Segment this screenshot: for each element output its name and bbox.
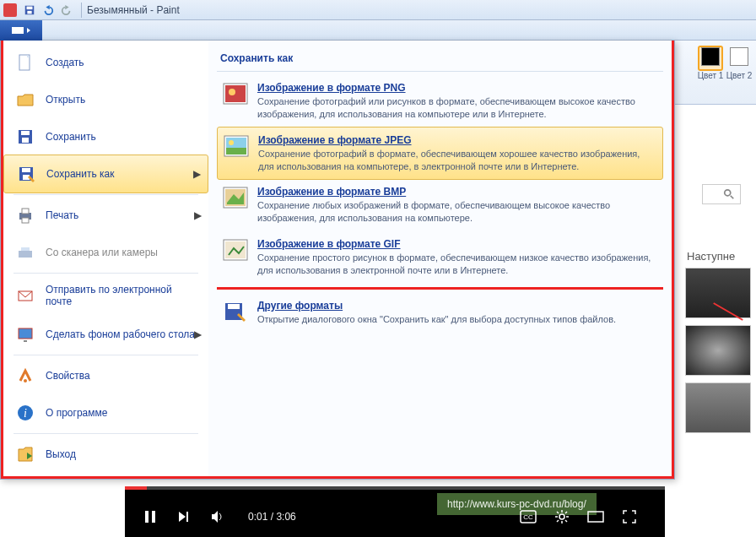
sub-item-desc: Сохранение любых изображений в формате, … (257, 199, 658, 225)
sub-item-title: Изображение в формате JPEG (258, 134, 657, 146)
saveas-other[interactable]: Другие форматы Открытие диалогового окна… (217, 293, 663, 333)
svg-rect-1 (27, 6, 33, 9)
sub-item-title: Изображение в формате PNG (257, 82, 658, 94)
menu-item-properties[interactable]: Свойства (3, 357, 208, 394)
sub-item-desc: Открытие диалогового окна "Сохранить как… (257, 313, 658, 326)
scanner-icon (15, 242, 35, 263)
thumbnail-3[interactable] (685, 382, 751, 433)
svg-line-48 (557, 512, 559, 513)
svg-point-27 (229, 89, 235, 95)
sub-item-desc: Сохранение простого рисунок в формате, о… (257, 252, 658, 277)
video-time: 0:01 / 3:06 (248, 511, 296, 523)
menu-item-save[interactable]: Сохранить (3, 118, 208, 155)
app-icon (3, 3, 17, 17)
video-progress[interactable] (125, 486, 665, 490)
menu-item-label: Отправить по электронной почте (46, 284, 197, 307)
svg-rect-3 (12, 27, 24, 34)
saveas-gif[interactable]: Изображение в формате GIF Сохранение про… (217, 231, 663, 284)
svg-rect-8 (21, 131, 30, 135)
file-tab[interactable] (0, 20, 42, 41)
thumbnail-1[interactable] (685, 268, 751, 318)
theater-button[interactable] (584, 505, 608, 529)
exit-icon (15, 444, 35, 464)
info-icon: i (15, 403, 35, 423)
menu-item-exit[interactable]: Выход (3, 436, 208, 473)
window-title: Безымянный - Paint (87, 4, 180, 16)
menu-item-about[interactable]: i О программе (3, 394, 208, 431)
qat-redo-button[interactable] (58, 2, 75, 19)
fullscreen-button[interactable] (618, 505, 641, 529)
chevron-right-icon: ▶ (194, 328, 202, 340)
right-sidebar: Наступне (685, 152, 753, 440)
svg-rect-17 (21, 247, 30, 251)
saveas-jpeg[interactable]: Изображение в формате JPEG Сохранение фо… (217, 127, 663, 181)
menu-item-new[interactable]: Создать (3, 44, 208, 81)
sub-item-title: Другие форматы (257, 300, 658, 312)
color-2-button[interactable]: Цвет 2 (726, 46, 753, 100)
png-icon (222, 82, 249, 106)
svg-rect-52 (588, 512, 603, 522)
qat-save-button[interactable] (21, 2, 38, 19)
menu-item-wallpaper[interactable]: Сделать фоном рабочего стола ▶ (3, 316, 208, 353)
video-player: http://www.kurs-pc-dvd.ru/blog/ 0:01 / 3… (125, 486, 665, 537)
menu-item-print[interactable]: Печать ▶ (3, 197, 208, 234)
svg-text:i: i (24, 407, 27, 420)
svg-rect-26 (225, 85, 246, 102)
thumbnail-2[interactable] (685, 325, 751, 376)
color-1-button[interactable]: Цвет 1 (697, 46, 724, 100)
color-1-label: Цвет 1 (698, 71, 724, 80)
video-total: 3:06 (276, 511, 295, 523)
settings-button[interactable] (550, 505, 574, 529)
svg-rect-2 (27, 10, 31, 14)
next-button[interactable] (172, 505, 196, 529)
saveas-bmp[interactable]: Изображение в формате BMP Сохранение люб… (217, 179, 663, 231)
menu-item-label: О программе (46, 407, 107, 419)
menu-item-label: Сохранить (46, 131, 96, 143)
wallpaper-icon (15, 324, 35, 344)
svg-rect-40 (186, 512, 188, 522)
sub-item-desc: Сохранение фотографий в формате, обеспеч… (258, 148, 657, 173)
gif-icon (222, 238, 249, 262)
save-icon (15, 127, 35, 147)
menu-item-label: Свойства (46, 370, 90, 382)
file-menu-right: Сохранить как Изображение в формате PNG … (208, 41, 674, 479)
color-2-label: Цвет 2 (726, 71, 753, 80)
svg-rect-30 (226, 148, 246, 155)
saveas-png[interactable]: Изображение в формате PNG Сохранение фот… (217, 75, 663, 127)
save-as-icon (16, 164, 36, 184)
sub-item-title: Изображение в формате GIF (257, 238, 658, 250)
menu-item-email[interactable]: Отправить по электронной почте (3, 275, 208, 316)
sub-item-desc: Сохранение фотографий или рисунков в фор… (257, 95, 658, 121)
svg-rect-37 (228, 304, 240, 309)
titlebar: Безымянный - Paint (0, 0, 756, 20)
svg-text:CC: CC (523, 513, 533, 521)
svg-line-51 (565, 512, 567, 513)
menu-item-label: Выход (46, 448, 76, 460)
captions-button[interactable]: CC (516, 505, 540, 529)
menu-item-save-as[interactable]: Сохранить как ▶ (3, 155, 208, 193)
file-menu-left: Создать Открыть Сохранить Сохранить как … (1, 41, 208, 479)
svg-point-22 (24, 379, 27, 382)
qat-undo-button[interactable] (40, 2, 57, 19)
svg-line-49 (565, 520, 567, 522)
menu-item-label: Создать (46, 57, 84, 68)
submenu-title: Сохранить как (217, 47, 663, 72)
svg-point-43 (559, 514, 564, 519)
sidebar-title: Наступне (685, 245, 753, 268)
video-elapsed: 0:01 (248, 511, 267, 523)
menu-item-label: Печать (46, 209, 78, 221)
chevron-right-icon: ▶ (194, 209, 202, 221)
ribbon-tab-bar (0, 20, 756, 41)
open-icon (15, 90, 35, 110)
volume-button[interactable] (206, 505, 230, 529)
svg-rect-19 (19, 328, 32, 339)
svg-rect-16 (19, 251, 32, 258)
menu-item-label: Со сканера или камеры (46, 247, 158, 258)
svg-rect-14 (22, 209, 29, 214)
other-formats-icon (222, 300, 249, 323)
jpeg-icon (223, 134, 250, 158)
menu-item-open[interactable]: Открыть (3, 81, 208, 118)
properties-icon (15, 366, 35, 386)
svg-rect-9 (22, 138, 29, 143)
pause-button[interactable] (138, 505, 162, 529)
